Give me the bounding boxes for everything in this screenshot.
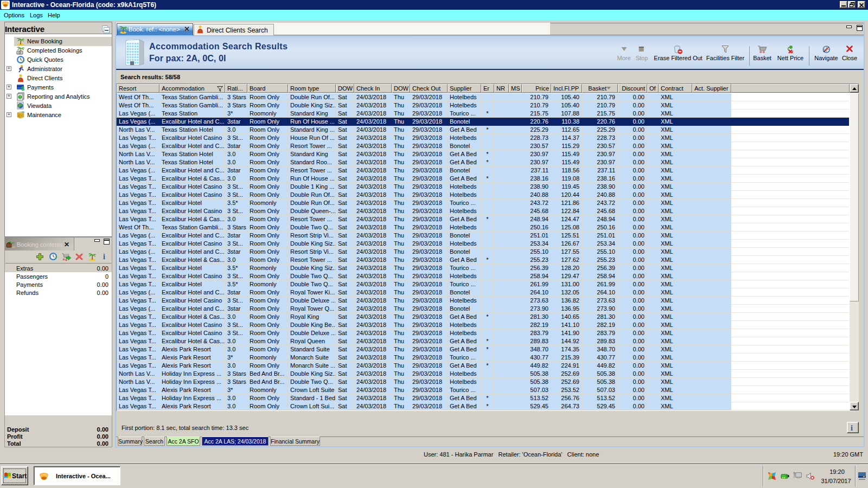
svg-text:i: i: [851, 424, 853, 432]
svg-text:$: $: [21, 85, 24, 92]
svg-text:i: i: [103, 253, 105, 260]
